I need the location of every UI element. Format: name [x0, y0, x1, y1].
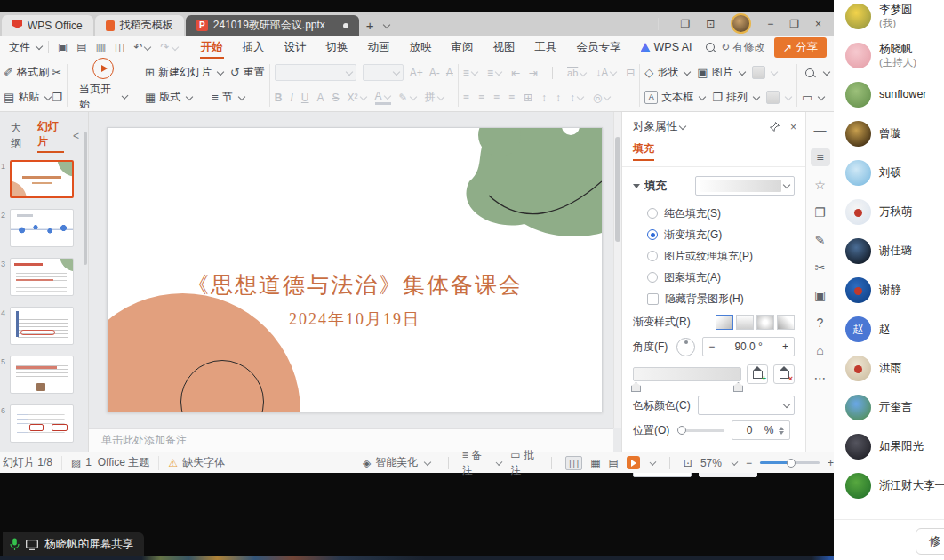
fill-option[interactable]: 图案填充(A): [633, 267, 795, 288]
position-spinbox[interactable]: 0 %: [732, 420, 790, 440]
line-spacing-down-button[interactable]: ↕: [556, 92, 561, 104]
print-icon[interactable]: ▥: [96, 41, 106, 53]
delete-stop-button[interactable]: ×: [773, 364, 795, 384]
tab-list-chevron-icon[interactable]: [382, 20, 389, 28]
undo-icon[interactable]: ↶: [133, 41, 151, 53]
bullets-button[interactable]: ≡: [463, 67, 478, 79]
participant-row[interactable]: 杨晓帆(主持人): [834, 36, 944, 75]
slide-thumbnail[interactable]: [10, 258, 74, 296]
shrink-font-button[interactable]: A-: [429, 67, 440, 79]
align-right-button[interactable]: ≡: [493, 92, 500, 104]
zoom-slider[interactable]: [760, 461, 820, 464]
missing-font-warning[interactable]: ⚠缺失字体: [159, 456, 234, 470]
align-center-button[interactable]: ≡: [478, 92, 484, 104]
font-name-select[interactable]: [275, 64, 356, 81]
text-align-vertical-button[interactable]: ◎: [593, 92, 611, 104]
radio-icon[interactable]: [647, 272, 658, 283]
participant-row[interactable]: 刘硕: [834, 153, 944, 192]
help-icon[interactable]: ?: [811, 314, 830, 332]
phonetic-button[interactable]: 拼: [425, 90, 444, 105]
fill-preset-select[interactable]: [695, 176, 795, 196]
gradient-style-3[interactable]: [756, 315, 774, 330]
slideshow-button[interactable]: [627, 456, 640, 469]
participant-row[interactable]: 谢佳璐: [834, 231, 944, 270]
section-button[interactable]: ≡节: [212, 90, 245, 105]
stop-color-select[interactable]: [698, 396, 795, 415]
beautify-button[interactable]: 智能美化: [375, 455, 418, 470]
menu-开始[interactable]: 开始: [191, 36, 233, 59]
gradient-style-1[interactable]: [716, 315, 733, 330]
gradient-style-2[interactable]: [736, 315, 754, 330]
effects-star-icon[interactable]: ☆: [811, 176, 830, 194]
reset-button[interactable]: ↺重置: [230, 65, 265, 80]
slide-date[interactable]: 2024年10月19日: [108, 308, 602, 330]
shapes-button[interactable]: ◇形状: [644, 65, 691, 80]
fill-tab[interactable]: 填充: [633, 141, 654, 161]
play-from-current-button[interactable]: 当页开始: [72, 58, 135, 112]
participant-row[interactable]: sunflower: [834, 75, 944, 114]
font-size-select[interactable]: [363, 64, 404, 81]
more-tools-icon[interactable]: ⋯: [811, 369, 830, 387]
paragraph-more-button[interactable]: ⊟: [626, 67, 635, 79]
menu-放映[interactable]: 放映: [400, 36, 442, 59]
close-panel-icon[interactable]: ×: [790, 121, 796, 133]
menu-视图[interactable]: 视图: [484, 36, 525, 59]
copy-button[interactable]: ❐: [52, 91, 62, 104]
window-tab[interactable]: P241019教研部会议.pptx: [186, 15, 359, 36]
share-button[interactable]: ↗分享: [774, 37, 827, 58]
panel-scrollbar[interactable]: [84, 132, 87, 265]
selection-pane-icon[interactable]: ▣: [811, 286, 830, 304]
position-spinner-icon[interactable]: [779, 427, 784, 435]
highlight-button[interactable]: ✎: [399, 92, 417, 104]
fill-option[interactable]: 图片或纹理填充(P): [633, 245, 795, 267]
section-expand-icon[interactable]: [633, 184, 640, 188]
angle-plus-button[interactable]: +: [782, 340, 788, 353]
add-stop-button[interactable]: +: [747, 364, 768, 384]
zoom-level[interactable]: 57%: [700, 457, 722, 469]
participant-row[interactable]: 浙江财大李一: [834, 466, 944, 505]
smart-edit-icon[interactable]: ✎: [811, 231, 830, 249]
participant-row[interactable]: 亓奎言: [834, 388, 944, 427]
window-stack-icon[interactable]: ❐: [680, 18, 690, 30]
line-spacing-button[interactable]: ↕: [570, 92, 584, 104]
radio-icon[interactable]: [647, 251, 658, 261]
zoom-in-button[interactable]: +: [828, 457, 834, 469]
window-tab[interactable]: 找稻壳模板: [95, 15, 184, 36]
participant-row[interactable]: 谢静: [834, 270, 944, 309]
menu-设计[interactable]: 设计: [275, 36, 316, 59]
cut-button[interactable]: ✂: [52, 66, 61, 79]
fit-slide-icon[interactable]: ⊡: [684, 457, 692, 469]
clear-format-button[interactable]: A: [446, 67, 453, 79]
participant-row[interactable]: 李梦圆(我): [834, 0, 944, 36]
radio-icon[interactable]: [647, 229, 658, 240]
menu-切换[interactable]: 切换: [316, 36, 358, 59]
fill-color-button[interactable]: [752, 66, 778, 79]
fill-option[interactable]: 纯色填充(S): [633, 203, 795, 224]
slide[interactable]: 《思想道德与法治》集体备课会 2024年10月19日: [107, 127, 603, 412]
find-button[interactable]: [802, 68, 830, 77]
fill-option[interactable]: 渐变填充(G): [633, 224, 795, 245]
zoom-out-button[interactable]: −: [746, 457, 752, 469]
designer-icon[interactable]: ⌂: [811, 341, 830, 359]
screen-share-indicator[interactable]: 杨晓帆的屏幕共享: [3, 532, 144, 556]
slide-thumbnail[interactable]: [10, 404, 74, 443]
italic-button[interactable]: I: [291, 92, 293, 104]
redo-icon[interactable]: ↷: [160, 41, 178, 53]
select-button[interactable]: ▭: [802, 91, 825, 104]
slide-thumbnail[interactable]: [10, 356, 74, 394]
cutout-icon[interactable]: ✂: [811, 259, 830, 276]
radio-icon[interactable]: [647, 208, 658, 219]
print-preview-icon[interactable]: ◫: [115, 41, 124, 53]
save-icon[interactable]: ▣: [58, 41, 68, 53]
window-tab[interactable]: WPS Office: [2, 15, 93, 36]
gradient-style-4[interactable]: [777, 315, 795, 330]
angle-knob[interactable]: [676, 338, 695, 356]
file-menu[interactable]: 文件: [9, 40, 43, 55]
justify-button[interactable]: ≡: [508, 92, 515, 104]
integration-box-icon[interactable]: ⊡: [706, 18, 715, 30]
paste-button[interactable]: ▤粘贴: [4, 90, 52, 105]
collapse-ribbon-icon[interactable]: —: [811, 121, 830, 139]
textbox-button[interactable]: A文本框: [644, 90, 706, 105]
account-avatar[interactable]: [731, 13, 751, 34]
text-tools-button[interactable]: ↓A: [596, 67, 617, 79]
